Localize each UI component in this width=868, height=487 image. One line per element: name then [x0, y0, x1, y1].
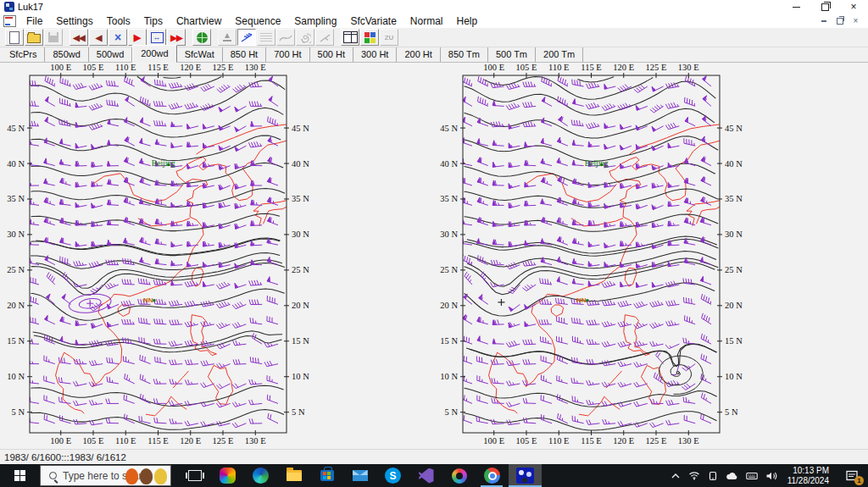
taskbar-copilot-button[interactable] [211, 464, 244, 487]
streamline-button[interactable] [276, 29, 295, 46]
taskbar-task-view-button[interactable] [178, 464, 211, 487]
tab-500-tm[interactable]: 500 Tm [488, 47, 536, 62]
save-button[interactable] [44, 29, 63, 46]
taskbar-luk17-button[interactable] [509, 464, 542, 487]
tab-sfcprs[interactable]: SfcPrs [2, 47, 45, 62]
taskbar-mail-button[interactable] [343, 464, 376, 487]
mdi-close-button[interactable]: × [850, 16, 861, 25]
menu-sequence[interactable]: Sequence [228, 14, 287, 28]
wind-barb [665, 102, 679, 108]
menu-sfcvariate[interactable]: SfcVariate [343, 14, 403, 28]
tray-hidden-icons-icon[interactable] [670, 472, 681, 480]
pumpkin-icon [125, 468, 138, 484]
wind-barb [700, 276, 711, 285]
wind-barb [701, 393, 711, 404]
menu-normal[interactable]: Normal [403, 14, 450, 28]
lon-label: 130 E [678, 436, 699, 445]
tab-500-ht[interactable]: 500 Ht [310, 47, 353, 62]
tray-clock[interactable]: 10:13 PM 11/28/2024 [785, 466, 832, 486]
chart-left[interactable]: BeijingNN100 E100 E105 E105 E110 E110 E1… [7, 63, 309, 445]
search-input[interactable]: Type here to search [40, 465, 171, 486]
tray-volume-icon[interactable] [765, 471, 777, 481]
wind-barb [602, 281, 615, 288]
close-button[interactable]: × [839, 0, 868, 14]
tray-phone-link-icon[interactable] [708, 471, 718, 481]
wind-barb [45, 256, 55, 265]
tray-wifi-icon[interactable] [688, 471, 700, 480]
play-forward-button[interactable]: ▶ [128, 29, 147, 46]
wind-barb [75, 102, 86, 108]
menu-settings[interactable]: Settings [49, 14, 99, 28]
wind-barb [572, 258, 583, 264]
contour-line [577, 77, 614, 82]
seasonal-art[interactable] [125, 468, 167, 484]
mdi-minimize-button[interactable] [818, 16, 829, 25]
taskbar-store-button[interactable] [310, 464, 343, 487]
taskbar-edge-button[interactable] [244, 464, 277, 487]
fit-window-button[interactable]: ↔ [147, 29, 166, 46]
tray-touch-keyboard-icon[interactable] [746, 472, 758, 480]
skip-forward-button[interactable]: ▶▶ [167, 29, 186, 46]
wind-barb [203, 183, 214, 188]
menu-help[interactable]: Help [450, 14, 485, 28]
menu-chartview[interactable]: Chartview [170, 14, 228, 28]
tab-500wd[interactable]: 500wd [89, 47, 132, 62]
wind-barb [185, 102, 198, 109]
menu-tools[interactable]: Tools [100, 14, 137, 28]
zu-toggle-button[interactable]: ZU [380, 29, 398, 46]
open-file-button[interactable] [25, 29, 43, 46]
tray-onedrive-icon[interactable] [726, 472, 738, 480]
mdi-restore-button[interactable] [834, 16, 845, 25]
menu-sampling[interactable]: Sampling [287, 14, 343, 28]
notification-center-button[interactable]: 1 [839, 464, 865, 487]
wind-barb [652, 222, 663, 227]
trajectory-button[interactable] [315, 29, 334, 46]
wind-barb [219, 106, 231, 112]
lat-label: 10 N [292, 372, 309, 381]
delete-frame-button[interactable]: × [108, 29, 127, 46]
wind-barb [541, 356, 552, 364]
chart-right[interactable]: BeijingNN100 E100 E105 E105 E110 E110 E1… [440, 63, 743, 445]
wind-barb [74, 261, 87, 266]
globe-view-button[interactable] [192, 29, 211, 46]
station-flag-button[interactable] [218, 29, 236, 46]
step-back-button[interactable]: ◀ [89, 29, 108, 46]
tab-850wd[interactable]: 850wd [45, 47, 88, 62]
tab-700-ht[interactable]: 700 Ht [266, 47, 309, 62]
wind-barb [60, 178, 71, 185]
tab-200wd[interactable]: 200wd [132, 45, 176, 63]
new-document-button[interactable] [5, 29, 24, 46]
skip-back-button[interactable]: ◀◀ [70, 29, 88, 46]
tab-850-ht[interactable]: 850 Ht [223, 47, 266, 62]
mdi-child-icon[interactable] [3, 15, 16, 27]
menu-file[interactable]: File [19, 14, 49, 28]
wind-barb [249, 141, 263, 147]
wind-barb [703, 96, 711, 107]
palette-button[interactable] [360, 29, 379, 46]
taskbar-vscode-button[interactable] [409, 464, 442, 487]
tab-200-ht[interactable]: 200 Ht [397, 47, 440, 62]
vortex-tool-button[interactable] [296, 29, 314, 46]
split-view-button[interactable] [341, 29, 359, 46]
wind-barb [523, 102, 537, 108]
restore-button[interactable] [810, 0, 839, 14]
tab-850-tm[interactable]: 850 Tm [441, 47, 488, 62]
taskbar-chrome-button[interactable] [476, 464, 509, 487]
lat-label: 10 N [725, 372, 743, 381]
chart-canvas[interactable]: BeijingNN100 E100 E105 E105 E110 E110 E1… [0, 63, 868, 449]
taskbar-skype-button[interactable]: S [376, 464, 409, 487]
minimize-button[interactable] [782, 0, 810, 14]
menu-tips[interactable]: Tips [137, 14, 170, 28]
tab-200-tm[interactable]: 200 Tm [536, 47, 583, 62]
wind-barb [249, 280, 263, 285]
wind-barb [139, 318, 151, 324]
contour-line [467, 236, 717, 253]
wind-barb [684, 297, 696, 305]
grid-lines-button[interactable] [257, 29, 275, 46]
wind-barb-mode-button[interactable] [237, 29, 256, 46]
tab-300-ht[interactable]: 300 Ht [353, 47, 397, 62]
taskbar-office-button[interactable] [442, 464, 476, 487]
start-button[interactable] [0, 464, 40, 487]
taskbar-file-explorer-button[interactable] [277, 464, 310, 487]
tab-sfcwat[interactable]: SfcWat [177, 47, 223, 62]
